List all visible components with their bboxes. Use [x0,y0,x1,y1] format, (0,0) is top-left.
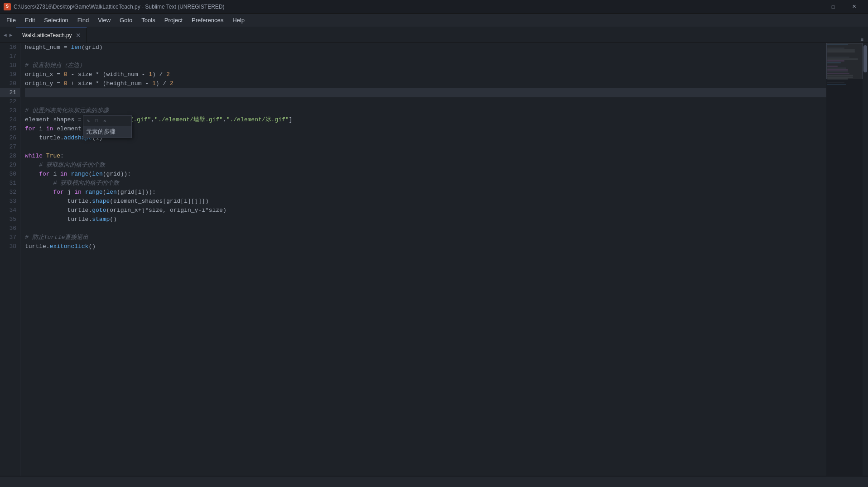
popup-close-icon[interactable]: ✕ [101,118,108,124]
tab-expand-icon[interactable]: ≡ [860,37,863,43]
code-line-22 [25,97,826,106]
menu-view[interactable]: View [93,14,115,27]
line-num-32: 32 [0,188,20,197]
tab-close-button[interactable]: ✕ [76,32,81,38]
line-num-22: 22 [0,97,20,106]
line-num-31: 31 [0,179,20,188]
menu-selection[interactable]: Selection [39,14,72,27]
popup-maximize-icon[interactable]: □ [93,118,100,124]
line-num-33: 33 [0,197,20,206]
tab-label: WalkLatticeTeach.py [22,32,72,38]
line-num-20: 20 [0,79,20,88]
code-line-35: turtle.stamp() [25,215,826,224]
tab-prev-arrow[interactable]: ◀ [2,32,8,38]
line-num-16: 16 [0,43,20,52]
code-line-16: height_num = len(grid) [25,43,826,52]
code-line-23: # 设置列表简化添加元素的步骤 [25,106,826,115]
active-tab[interactable]: WalkLatticeTeach.py ✕ [16,28,87,43]
popup-suggestion-text: 元素的步骤 [86,128,129,136]
code-line-27 [25,143,826,152]
line-num-28: 28 [0,152,20,161]
code-line-38: turtle.exitonclick() [25,242,826,251]
code-line-19: origin_x = 0 - size * (width_num - 1) / … [25,70,826,79]
code-line-26: turtle.addshape(i) [25,134,826,143]
code-line-21 [25,88,826,97]
minimize-button[interactable]: ─ [802,0,823,14]
vertical-scrollbar[interactable] [863,43,868,476]
line-num-27: 27 [0,143,20,152]
close-button[interactable]: ✕ [844,0,864,14]
code-line-20: origin_y = 0 + size * (height_num - 1) /… [25,79,826,88]
code-line-29: # 获取纵向的格子的个数 [25,161,826,170]
line-num-23: 23 [0,106,20,115]
tab-right-controls: ≡ [860,37,868,43]
menu-preferences[interactable]: Preferences [187,14,228,27]
code-line-30: for i in range(len(grid)): [25,170,826,179]
titlebar: S C:\Users\27316\Desktop\Game\WalkLattic… [0,0,868,14]
line-num-21: 21 [0,88,20,97]
line-num-35: 35 [0,215,20,224]
menu-goto[interactable]: Goto [115,14,137,27]
code-editor[interactable]: height_num = len(grid) # 设置初始点（左边） origi… [20,43,826,476]
line-num-36: 36 [0,224,20,233]
code-line-18: # 设置初始点（左边） [25,61,826,70]
line-num-25: 25 [0,124,20,134]
popup-titlebar: ✎ □ ✕ [83,116,131,126]
minimap-viewport [826,43,863,79]
line-num-34: 34 [0,206,20,215]
code-line-36 [25,224,826,233]
popup-edit-icon[interactable]: ✎ [85,118,92,124]
code-line-37: # 防止Turtle直接退出 [25,233,826,242]
menu-tools[interactable]: Tools [137,14,159,27]
code-line-25: for i in element_shapes: [25,124,826,134]
autocomplete-popup: ✎ □ ✕ 元素的步骤 [83,115,132,138]
tab-list: WalkLatticeTeach.py ✕ ≡ [0,27,868,43]
bottom-panel [0,476,868,487]
maximize-button[interactable]: □ [823,0,844,14]
menu-project[interactable]: Project [160,14,187,27]
line-num-17: 17 [0,52,20,61]
code-line-31: # 获取横向的格子的个数 [25,179,826,188]
line-num-38: 38 [0,242,20,251]
code-line-28: while True: [25,152,826,161]
titlebar-controls: ─ □ ✕ [802,0,864,14]
line-num-26: 26 [0,134,20,143]
code-line-33: turtle.shape(element_shapes[grid[i][j]]) [25,197,826,206]
minimap-line [827,84,846,85]
line-num-30: 30 [0,170,20,179]
app-icon: S [4,3,11,10]
tab-next-arrow[interactable]: ▶ [8,32,14,38]
menu-edit[interactable]: Edit [20,14,39,27]
line-gutter: 16 17 18 19 20 21 22 23 24 25 26 27 28 2… [0,43,20,476]
menubar: File Edit Selection Find View Goto Tools… [0,14,868,27]
minimap [826,43,863,476]
line-num-37: 37 [0,233,20,242]
window-title: C:\Users\27316\Desktop\Game\WalkLatticeT… [14,4,802,10]
code-line-24: element_shapes = ["./element/空.gif","./e… [25,115,826,124]
menu-find[interactable]: Find [73,14,93,27]
code-line-32: for j in range(len(grid[i])): [25,188,826,197]
popup-content: 元素的步骤 [83,126,131,138]
menu-file[interactable]: File [2,14,20,27]
minimap-line [827,82,844,83]
line-num-18: 18 [0,61,20,70]
code-line-17 [25,52,826,61]
line-num-29: 29 [0,161,20,170]
tabbar: ◀ ▶ WalkLatticeTeach.py ✕ ≡ [0,27,868,43]
menu-help[interactable]: Help [228,14,249,27]
editor-area: 16 17 18 19 20 21 22 23 24 25 26 27 28 2… [0,43,868,476]
scrollbar-thumb[interactable] [863,45,867,72]
line-num-19: 19 [0,70,20,79]
code-line-34: turtle.goto(origin_x+j*size, origin_y-i*… [25,206,826,215]
line-num-24: 24 [0,115,20,124]
